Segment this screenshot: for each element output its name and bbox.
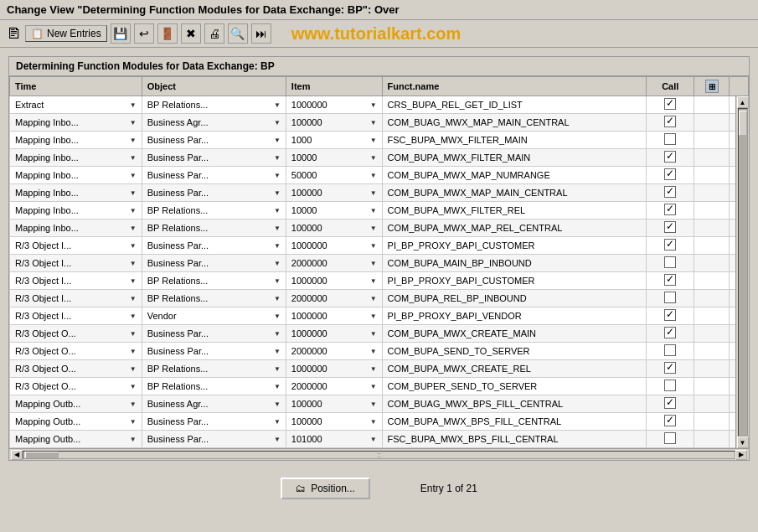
dropdown-arrow-icon[interactable]: ▼ <box>130 154 137 162</box>
dropdown-arrow-icon[interactable]: ▼ <box>370 365 377 373</box>
call-cell[interactable] <box>647 184 694 202</box>
call-checkbox[interactable] <box>664 151 676 163</box>
print-button[interactable]: 🖨 <box>204 23 224 44</box>
call-cell[interactable] <box>647 255 694 272</box>
call-checkbox[interactable] <box>664 239 676 251</box>
dropdown-arrow-icon[interactable]: ▼ <box>130 365 137 373</box>
dropdown-arrow-icon[interactable]: ▼ <box>370 101 377 109</box>
dropdown-arrow-icon[interactable]: ▼ <box>130 260 137 267</box>
call-cell[interactable] <box>647 96 694 114</box>
dropdown-arrow-icon[interactable]: ▼ <box>370 207 377 214</box>
dropdown-arrow-icon[interactable]: ▼ <box>370 436 377 443</box>
call-checkbox[interactable] <box>664 415 676 426</box>
dropdown-arrow-icon[interactable]: ▼ <box>130 383 137 390</box>
col-header-time[interactable]: Time <box>10 77 142 96</box>
dropdown-arrow-icon[interactable]: ▼ <box>274 189 281 197</box>
position-button[interactable]: 🗂 Position... <box>281 478 370 499</box>
call-checkbox[interactable] <box>664 327 676 338</box>
find-button[interactable]: 🔍 <box>228 23 248 44</box>
call-checkbox[interactable] <box>664 116 676 127</box>
horizontal-scrollbar[interactable]: ◀ :: ▶ <box>9 448 749 460</box>
call-cell[interactable] <box>647 149 694 167</box>
dropdown-arrow-icon[interactable]: ▼ <box>130 101 137 109</box>
dropdown-arrow-icon[interactable]: ▼ <box>370 312 377 320</box>
call-checkbox[interactable] <box>664 362 676 374</box>
call-cell[interactable] <box>647 307 694 325</box>
dropdown-arrow-icon[interactable]: ▼ <box>274 330 281 338</box>
call-checkbox[interactable] <box>664 221 676 233</box>
dropdown-arrow-icon[interactable]: ▼ <box>370 260 377 267</box>
dropdown-arrow-icon[interactable]: ▼ <box>274 172 281 179</box>
col-header-call[interactable]: Call <box>647 77 694 96</box>
call-cell[interactable] <box>647 114 694 132</box>
dropdown-arrow-icon[interactable]: ▼ <box>370 225 377 232</box>
dropdown-arrow-icon[interactable]: ▼ <box>370 400 377 408</box>
dropdown-arrow-icon[interactable]: ▼ <box>130 330 137 338</box>
dropdown-arrow-icon[interactable]: ▼ <box>130 436 137 443</box>
call-cell[interactable] <box>647 431 694 448</box>
dropdown-arrow-icon[interactable]: ▼ <box>274 312 281 320</box>
call-cell[interactable] <box>647 378 694 395</box>
dropdown-arrow-icon[interactable]: ▼ <box>370 137 377 144</box>
call-checkbox[interactable] <box>664 204 676 215</box>
call-cell[interactable] <box>647 272 694 290</box>
dropdown-arrow-icon[interactable]: ▼ <box>274 137 281 144</box>
dropdown-arrow-icon[interactable]: ▼ <box>274 436 281 443</box>
hscroll-right-button[interactable]: ▶ <box>735 450 747 460</box>
call-cell[interactable] <box>647 237 694 255</box>
dropdown-arrow-icon[interactable]: ▼ <box>274 260 281 267</box>
hscroll-left-button[interactable]: ◀ <box>11 450 23 460</box>
call-checkbox[interactable] <box>664 344 676 356</box>
dropdown-arrow-icon[interactable]: ▼ <box>130 418 137 426</box>
dropdown-arrow-icon[interactable]: ▼ <box>130 242 137 250</box>
call-cell[interactable] <box>647 343 694 360</box>
call-checkbox[interactable] <box>664 292 676 303</box>
scroll-up-button[interactable]: ▲ <box>737 96 749 108</box>
scroll-thumb[interactable] <box>739 111 747 136</box>
back-button[interactable]: ↩ <box>134 23 154 44</box>
call-cell[interactable] <box>647 395 694 413</box>
dropdown-arrow-icon[interactable]: ▼ <box>274 383 281 390</box>
dropdown-arrow-icon[interactable]: ▼ <box>370 383 377 390</box>
call-cell[interactable] <box>647 167 694 184</box>
dropdown-arrow-icon[interactable]: ▼ <box>130 312 137 320</box>
col-header-object[interactable]: Object <box>142 77 286 96</box>
dropdown-arrow-icon[interactable]: ▼ <box>274 418 281 426</box>
dropdown-arrow-icon[interactable]: ▼ <box>274 277 281 285</box>
call-cell[interactable] <box>647 132 694 149</box>
hscroll-thumb[interactable] <box>25 452 59 458</box>
col-header-funct[interactable]: Funct.name <box>382 77 647 96</box>
dropdown-arrow-icon[interactable]: ▼ <box>130 295 137 302</box>
col-header-item[interactable]: Item <box>286 77 382 96</box>
dropdown-arrow-icon[interactable]: ▼ <box>130 348 137 355</box>
dropdown-arrow-icon[interactable]: ▼ <box>274 154 281 162</box>
find-next-button[interactable]: ⏭ <box>251 23 271 44</box>
call-cell[interactable] <box>647 202 694 220</box>
dropdown-arrow-icon[interactable]: ▼ <box>274 225 281 232</box>
call-cell[interactable] <box>647 325 694 343</box>
call-checkbox[interactable] <box>664 98 676 110</box>
call-checkbox[interactable] <box>664 309 676 321</box>
scroll-down-button[interactable]: ▼ <box>737 436 749 448</box>
call-cell[interactable] <box>647 413 694 431</box>
dropdown-arrow-icon[interactable]: ▼ <box>274 365 281 373</box>
call-checkbox[interactable] <box>664 186 676 198</box>
call-cell[interactable] <box>647 360 694 378</box>
dropdown-arrow-icon[interactable]: ▼ <box>370 189 377 197</box>
dropdown-arrow-icon[interactable]: ▼ <box>130 277 137 285</box>
call-checkbox[interactable] <box>664 397 676 409</box>
dropdown-arrow-icon[interactable]: ▼ <box>274 242 281 250</box>
dropdown-arrow-icon[interactable]: ▼ <box>370 295 377 302</box>
call-checkbox[interactable] <box>664 256 676 268</box>
call-checkbox[interactable] <box>664 380 676 391</box>
exit-button[interactable]: 🚪 <box>157 23 178 44</box>
call-checkbox[interactable] <box>664 432 676 444</box>
dropdown-arrow-icon[interactable]: ▼ <box>130 137 137 144</box>
dropdown-arrow-icon[interactable]: ▼ <box>130 207 137 214</box>
dropdown-arrow-icon[interactable]: ▼ <box>130 119 137 127</box>
new-entries-button[interactable]: 📋 New Entries <box>25 25 107 42</box>
dropdown-arrow-icon[interactable]: ▼ <box>274 400 281 408</box>
dropdown-arrow-icon[interactable]: ▼ <box>130 172 137 179</box>
dropdown-arrow-icon[interactable]: ▼ <box>370 277 377 285</box>
cancel-button[interactable]: ✖ <box>181 23 201 44</box>
